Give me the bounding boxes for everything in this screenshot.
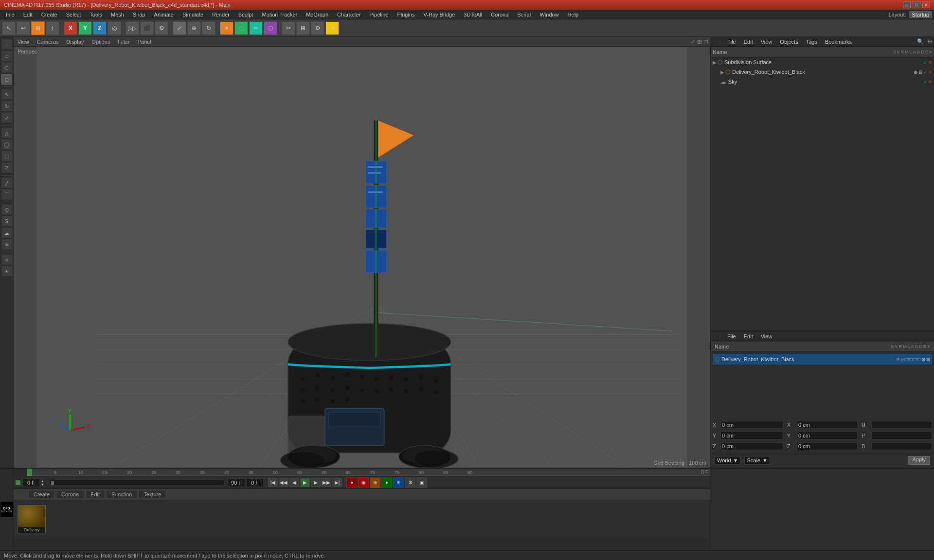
p-input[interactable] [797,421,858,429]
end-frame-input[interactable] [228,478,245,487]
menu-script[interactable]: Script [513,11,535,18]
tab-function[interactable]: Function [106,490,137,499]
slider-handle[interactable] [51,481,54,485]
scale-dropdown[interactable]: Scale ▼ [744,456,770,465]
mode-edges-btn[interactable]: □ [1,51,12,61]
x-pos-input[interactable] [720,421,783,429]
z-axis-btn[interactable]: Z [93,21,107,35]
viewport-3d[interactable]: Perspective [14,47,710,468]
settings-btn[interactable]: ⚙ [311,21,324,35]
om-search-icon[interactable]: 🔍 [917,38,924,45]
primitives-btn[interactable]: △ [1,127,12,138]
tree-item-sky[interactable]: ☁ Sky ✓ ✕ [711,77,934,87]
om-menu-tags[interactable]: Tags [803,38,820,45]
snap-btn[interactable]: ✂ [282,21,295,35]
layout-value[interactable]: Startup [909,11,932,18]
poly-pen-btn[interactable]: ✦ [220,21,234,35]
om-menu-bookmarks[interactable]: Bookmarks [822,38,855,45]
menu-mesh[interactable]: Mesh [107,11,128,18]
mode-points-btn[interactable]: · [1,39,12,50]
tab-texture[interactable]: Texture [138,490,166,499]
line-tool-btn[interactable]: ╱ [1,177,12,188]
tree-item-subdivision[interactable]: ▶ ⬡ Subdivision Surface ✓ ✕ [711,57,934,67]
prev-frame-btn[interactable]: ◀◀ [279,478,288,487]
menu-mograph[interactable]: MoGraph [302,11,332,18]
menu-3dtoall[interactable]: 3DToAll [460,11,486,18]
attr-row-delivery[interactable]: ⬡ Delivery_Robot_Kiwibot_Black ⊕ ⊟ □ □ □… [713,354,932,365]
mode-object-btn[interactable]: ◻ [1,74,12,85]
om-filter-icon[interactable]: ⊟ [928,38,932,45]
jump-end-btn[interactable]: ▶| [332,478,342,487]
magnet-btn[interactable]: ⬡ [264,21,277,35]
arc-tool-btn[interactable]: ⌒ [1,189,12,200]
tab-create[interactable]: Create [28,490,55,499]
menu-select[interactable]: Select [62,11,85,18]
close-button[interactable]: ✕ [922,1,930,8]
move-tool-btn[interactable]: ↖ [2,21,16,35]
p-size-input[interactable] [871,432,932,439]
vp-tab-filter[interactable]: Filter [116,39,131,45]
terrain-btn[interactable]: ≋ [1,239,12,250]
y-axis-btn[interactable]: Y [78,21,92,35]
om-menu-file[interactable]: File [724,38,739,45]
menu-render[interactable]: Render [208,11,234,18]
fps-input[interactable] [246,478,264,487]
menu-motion-tracker[interactable]: Motion Tracker [258,11,301,18]
record-btn[interactable]: ● [346,477,357,488]
camera-btn[interactable]: ⌾ [1,254,12,265]
maximize-button[interactable]: □ [913,1,920,8]
spline-btn[interactable]: ◯ [1,139,12,150]
timeline-slider[interactable] [50,480,225,486]
vp-tab-panel[interactable]: Panel [136,39,153,45]
undo-btn[interactable]: ↩ [17,21,30,35]
menu-animate[interactable]: Animate [150,11,178,18]
smooth-btn[interactable]: S [1,216,12,227]
scale-btn[interactable]: ⊕ [187,21,201,35]
h-input[interactable] [797,432,858,439]
z-pos-input[interactable] [720,442,783,450]
rotate-btn[interactable]: ↻ [202,21,216,35]
deformer-btn[interactable]: ◸ [1,162,12,173]
vp-tab-view[interactable]: View [16,39,31,45]
vp-tab-cameras[interactable]: Cameras [35,39,61,45]
jump-start-btn[interactable]: |◀ [268,478,278,487]
b-size-input[interactable] [871,442,932,450]
auto-key-btn[interactable]: ◉ [358,477,369,488]
menu-character[interactable]: Character [333,11,364,18]
am-menu-view[interactable]: View [758,333,775,340]
apply-button[interactable]: Apply [908,456,930,465]
grid-btn[interactable]: ⊞ [296,21,310,35]
menu-simulate[interactable]: Simulate [179,11,207,18]
am-menu-edit[interactable]: Edit [741,333,756,340]
menu-sculpt[interactable]: Sculpt [234,11,257,18]
menu-edit[interactable]: Edit [19,11,36,18]
next-key-btn[interactable]: ▶ [311,478,321,487]
scale-mode-btn[interactable]: ⤢ [1,112,12,123]
paint-btn[interactable]: ⊙ [1,204,12,215]
menu-vray-bridge[interactable]: V-Ray Bridge [420,11,459,18]
move-btn[interactable]: ⤢ [173,21,186,35]
object-btn[interactable]: ⊞ [31,21,45,35]
light-btn[interactable]: ☀ [325,21,339,35]
rotate-mode-btn[interactable]: ↻ [1,101,12,111]
menu-help[interactable]: Help [564,11,583,18]
key-all-btn[interactable]: ⊕ [370,477,380,488]
timeline-settings-btn[interactable]: ⚙ [405,477,415,488]
tab-edit[interactable]: Edit [85,490,105,499]
sculpt-btn[interactable]: ☁ [1,228,12,238]
play-forward-btn[interactable]: ▶ [300,478,310,487]
om-menu-view[interactable]: View [758,38,775,45]
menu-snap[interactable]: Snap [129,11,149,18]
translate-mode-btn[interactable]: ↖ [1,89,12,100]
nurbs-btn[interactable]: ⬚ [1,151,12,161]
brush-btn[interactable]: ◌ [234,21,248,35]
menu-create[interactable]: Create [37,11,61,18]
world-coord-btn[interactable]: ◎ [108,21,121,35]
menu-window[interactable]: Window [536,11,562,18]
menu-file[interactable]: File [2,11,18,18]
render-region-btn[interactable]: ▷▷ [126,21,139,35]
material-swatch-delivery[interactable]: Delivery [18,505,46,533]
render-btn[interactable]: ⬛ [140,21,154,35]
motion-clip-btn[interactable]: ▣ [416,477,427,488]
current-frame-input[interactable] [22,478,40,487]
